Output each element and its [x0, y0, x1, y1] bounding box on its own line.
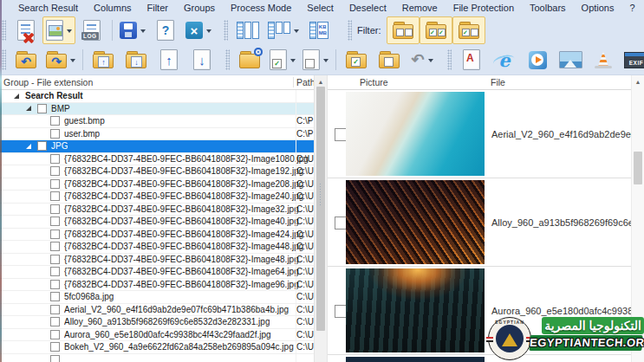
select-files-button[interactable] — [266, 46, 299, 74]
text-viewer-button[interactable]: A — [455, 46, 488, 74]
toolbar-grip[interactable] — [224, 20, 228, 41]
tree-row-file[interactable]: Aurora_960_e5e180d0afc4c9938bc4f43c29faa… — [0, 329, 314, 342]
tree-row-file[interactable]: {76832BC4-DD37-4BE0-9FEC-BB6041808F32}-I… — [0, 266, 314, 279]
toolbar-grip[interactable] — [348, 20, 352, 41]
pane-splitter-grip[interactable] — [319, 183, 322, 207]
filter-folders-mixed-button[interactable] — [452, 16, 485, 44]
expand-triangle-icon[interactable] — [26, 144, 31, 149]
menu-item-file-protection[interactable]: File Protection — [446, 3, 522, 13]
column-header-group[interactable]: Group - File extension — [0, 77, 293, 87]
tree-row-file[interactable]: Bokeh_V2_960_4a9e6622fd62a84a258eb269895… — [0, 341, 314, 354]
tree-row-group[interactable]: JPG — [0, 140, 314, 153]
menu-item-remove[interactable]: Remove — [394, 3, 446, 13]
tree-row-file[interactable]: {76832BC4-DD37-4BE0-9FEC-BB6041808F32}-I… — [0, 178, 314, 191]
toolbar-grip[interactable] — [225, 49, 230, 70]
file-move-down-button[interactable] — [185, 46, 218, 74]
toolbar-grip[interactable] — [2, 20, 6, 41]
tree-row-file[interactable]: Aerial_V2_960_e4f16d9ab2de9e07fc69b471b3… — [0, 304, 314, 317]
row-checkbox[interactable] — [50, 191, 60, 201]
folder-settings-button[interactable] — [233, 46, 266, 74]
row-checkbox[interactable] — [50, 292, 60, 301]
media-player-button[interactable] — [521, 46, 554, 74]
row-checkbox[interactable] — [50, 179, 60, 189]
column-header-path[interactable]: Path — [293, 77, 314, 87]
tree-row-file[interactable]: Alloy_960_a913b5f968269f69c6e8532d3e2823… — [0, 316, 314, 329]
menu-item-columns[interactable]: Columns — [86, 3, 139, 13]
folder-back-button[interactable] — [10, 46, 42, 74]
deselect-files-button[interactable] — [299, 46, 332, 74]
tree-row-file[interactable]: {76832BC4-DD37-4BE0-9FEC-BB6041808F32}-I… — [0, 153, 314, 166]
row-checkbox[interactable] — [50, 280, 60, 289]
picture-view-mode-button[interactable] — [42, 16, 75, 44]
row-checkbox[interactable] — [50, 355, 60, 362]
row-checkbox[interactable] — [50, 305, 60, 314]
save-button[interactable] — [116, 16, 149, 44]
scroll-up-arrow-icon[interactable]: ▲ — [632, 75, 644, 87]
folder-forward-button[interactable] — [42, 46, 79, 74]
tree-row-file[interactable]: {76832BC4-DD37-4BE0-9FEC-BB6041808F32}-I… — [0, 241, 314, 254]
tree-row-file[interactable]: {76832BC4-DD37-4BE0-9FEC-BB6041808F32}-I… — [0, 165, 314, 178]
thumbnail-bokeh[interactable] — [346, 357, 485, 362]
browser-button[interactable]: e — [488, 46, 521, 74]
row-checkbox[interactable] — [37, 141, 47, 151]
menu-item-[interactable]: ? — [622, 3, 643, 13]
image-viewer-button[interactable] — [554, 46, 587, 74]
tree-scrollbar[interactable]: ▲ — [314, 75, 327, 362]
thumbnail-alloy[interactable] — [346, 180, 485, 264]
menu-item-search-result[interactable]: Search Result — [10, 3, 86, 13]
row-checkbox[interactable] — [37, 104, 47, 113]
row-checkbox[interactable] — [50, 129, 60, 139]
folder-move-up-button[interactable] — [87, 46, 120, 74]
tree-row-file[interactable]: {76832BC4-DD37-4BE0-9FEC-BB6041808F32}-I… — [0, 254, 314, 267]
row-checkbox[interactable] — [50, 217, 60, 226]
picture-row[interactable]: Alloy_960_a913b5f968269f69c6e8532d3e — [328, 178, 631, 267]
thumbnail-aurora[interactable] — [346, 268, 485, 352]
row-checkbox[interactable] — [50, 267, 60, 276]
tree-row-file[interactable]: user.bmpC:\P — [0, 128, 314, 141]
tree-row-file[interactable]: 5fc0968a.jpgC:\U — [0, 291, 314, 304]
tree-row-file[interactable]: guest.bmpC:\P — [0, 115, 314, 128]
thumbnail-aerial[interactable] — [346, 92, 485, 176]
menu-item-groups[interactable]: Groups — [176, 3, 223, 13]
delete-search-results-button[interactable] — [10, 16, 42, 44]
row-checkbox[interactable] — [50, 204, 60, 214]
picture-row[interactable]: Aerial_V2_960_e4f16d9ab2de9e07fc69b4 — [328, 90, 631, 178]
folder-move-down-button[interactable] — [120, 46, 153, 74]
row-checkbox[interactable] — [50, 342, 60, 352]
toolbar-grip[interactable] — [2, 49, 6, 70]
menu-item-select[interactable]: Select — [299, 3, 342, 13]
menu-item-options[interactable]: Options — [574, 3, 622, 13]
menu-item-toolbars[interactable]: Toolbars — [522, 3, 574, 13]
help-button[interactable] — [149, 16, 182, 44]
layout-columns-button[interactable] — [231, 16, 264, 44]
column-header-picture[interactable]: Picture — [360, 77, 491, 87]
tree-row-group[interactable]: BMP — [0, 103, 314, 116]
exif-button[interactable]: EXIF — [620, 46, 644, 74]
log-button[interactable]: LOG — [75, 16, 108, 44]
size-units-button[interactable]: KBMB — [302, 16, 335, 44]
menu-item-deselect[interactable]: Deselect — [342, 3, 394, 13]
row-checkbox[interactable] — [50, 330, 60, 339]
row-checkbox[interactable] — [50, 317, 60, 326]
close-button[interactable] — [182, 16, 215, 44]
tree-row-file[interactable]: {76832BC4-DD37-4BE0-9FEC-BB6041808F32}-I… — [0, 229, 314, 242]
row-checkbox[interactable] — [50, 255, 60, 264]
filter-folders-checked-button[interactable] — [420, 16, 452, 44]
select-folder-button[interactable] — [340, 46, 373, 74]
menu-item-filter[interactable]: Filter — [140, 3, 176, 13]
vlc-button[interactable] — [587, 46, 620, 74]
column-header-file[interactable]: File — [491, 77, 631, 87]
layout-columns-alt-button[interactable] — [264, 16, 302, 44]
scrollbar-thumb[interactable] — [316, 87, 325, 331]
scrollbar-thumb[interactable] — [634, 152, 642, 184]
undo-button[interactable] — [406, 46, 439, 74]
tree-row-file[interactable]: {76832BC4-DD37-4BE0-9FEC-BB6041808F32}-I… — [0, 279, 314, 292]
expand-triangle-icon[interactable] — [14, 94, 19, 99]
file-move-up-button[interactable] — [153, 46, 185, 74]
row-checkbox[interactable] — [50, 229, 60, 239]
menu-item-process-mode[interactable]: Process Mode — [223, 3, 299, 13]
tree-row-file[interactable]: {76832BC4-DD37-4BE0-9FEC-BB6041808F32}-I… — [0, 191, 314, 204]
row-checkbox[interactable] — [50, 242, 60, 251]
tree-row-root[interactable]: Search Result — [0, 90, 314, 103]
scroll-up-arrow-icon[interactable]: ▲ — [315, 75, 327, 87]
